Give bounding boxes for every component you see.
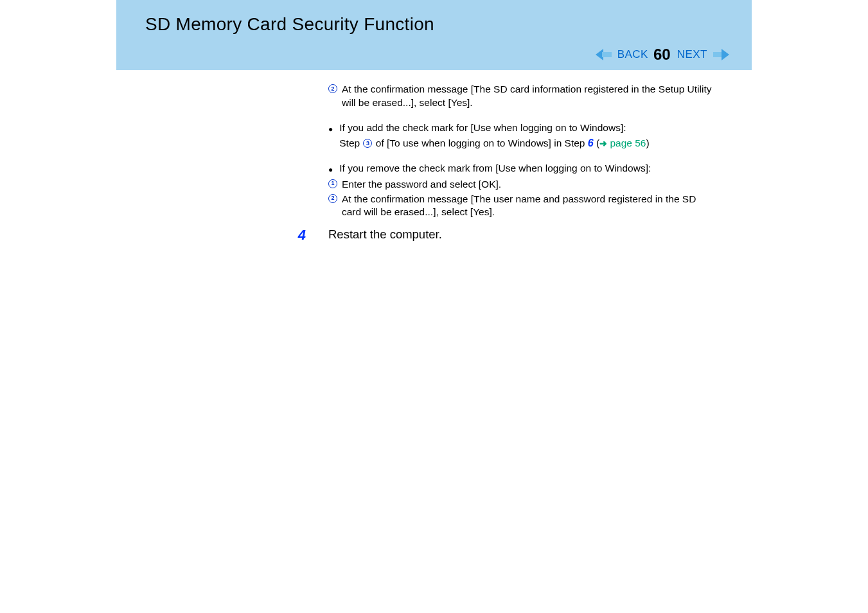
next-arrow-icon[interactable] bbox=[711, 48, 729, 62]
link-arrow-icon: ➜ bbox=[599, 138, 607, 148]
circled-number-icon: 2 bbox=[328, 194, 337, 203]
page-content: 2 At the confirmation message [The SD ca… bbox=[116, 70, 752, 244]
svg-marker-3 bbox=[722, 49, 729, 60]
document-page: SD Memory Card Security Function BACK 60… bbox=[116, 0, 752, 613]
page-nav: BACK 60 NEXT bbox=[596, 46, 729, 64]
text-fragment: of [To use when logging on to Windows] i… bbox=[373, 138, 587, 148]
step-reference: 6 bbox=[588, 138, 594, 148]
circled-number-icon: 1 bbox=[328, 179, 337, 188]
step-text: Restart the computer. bbox=[328, 227, 442, 241]
page-link[interactable]: page 56 bbox=[607, 138, 646, 148]
bullet-item: ● If you add the check mark for [Use whe… bbox=[328, 121, 713, 150]
item-text: At the confirmation message [The user na… bbox=[342, 193, 713, 220]
text-fragment: ) bbox=[646, 138, 649, 148]
text-fragment: Step bbox=[339, 138, 362, 148]
page-header: SD Memory Card Security Function BACK 60… bbox=[116, 0, 752, 70]
circled-number-icon: 3 bbox=[363, 139, 372, 148]
page-title: SD Memory Card Security Function bbox=[145, 14, 752, 35]
numbered-item: 2 At the confirmation message [The SD ca… bbox=[328, 83, 713, 110]
item-text: At the confirmation message [The SD card… bbox=[342, 83, 713, 110]
step-number: 4 bbox=[298, 227, 306, 243]
back-link[interactable]: BACK bbox=[617, 48, 648, 61]
bullet-text: If you add the check mark for [Use when … bbox=[339, 121, 649, 135]
back-arrow-icon[interactable] bbox=[596, 48, 614, 62]
item-text: Enter the password and select [OK]. bbox=[342, 178, 501, 191]
page-number: 60 bbox=[653, 46, 671, 64]
text-fragment: ( bbox=[594, 138, 599, 148]
bullet-text: If you remove the check mark from [Use w… bbox=[339, 162, 651, 175]
svg-rect-1 bbox=[602, 52, 612, 57]
svg-rect-2 bbox=[713, 52, 723, 57]
bullet-subtext: Step 3 of [To use when logging on to Win… bbox=[339, 136, 649, 150]
numbered-item: 1 Enter the password and select [OK]. bbox=[328, 178, 713, 191]
bullet-icon: ● bbox=[328, 164, 333, 175]
next-link[interactable]: NEXT bbox=[677, 48, 707, 61]
bullet-icon: ● bbox=[328, 124, 333, 134]
numbered-item: 2 At the confirmation message [The user … bbox=[328, 193, 713, 220]
circled-number-icon: 2 bbox=[328, 84, 337, 93]
bullet-item: ● If you remove the check mark from [Use… bbox=[328, 162, 713, 175]
